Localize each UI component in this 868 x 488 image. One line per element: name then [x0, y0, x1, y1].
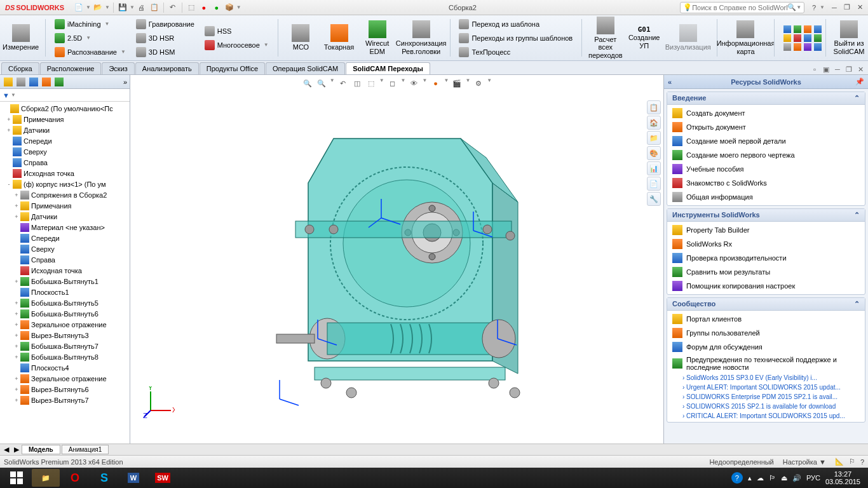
rebuild-icon[interactable]: ●: [198, 2, 210, 13]
tool-icon[interactable]: [783, 43, 791, 51]
pushpin-icon[interactable]: 📌: [855, 78, 864, 86]
create-nc-button[interactable]: G01Создание УП: [628, 17, 661, 59]
tree-item[interactable]: Плоскость1: [0, 287, 130, 297]
3d-viewport[interactable]: 🔍 🔍▼ ↶ ◫ ⬚▼ ◻▼ 👁▼ ●▼ 🎬▼ ⚙▼ 📋 🏠 📁 🎨 📊 📄 🔧: [130, 75, 663, 444]
task-pane-link[interactable]: Общая информация: [667, 190, 865, 204]
measure-button[interactable]: Измерение: [3, 17, 39, 59]
tool-icon[interactable]: [814, 25, 822, 33]
task-pane-link[interactable]: Портал клиентов: [667, 312, 865, 326]
tool-icon[interactable]: [783, 25, 791, 33]
tool-icon[interactable]: [804, 25, 811, 33]
task-pane-link[interactable]: Форум для обсуждения: [667, 340, 865, 354]
tree-item[interactable]: +Вырез-Вытянуть3: [0, 330, 130, 341]
fm-tab-feature-tree[interactable]: [3, 76, 14, 88]
view-triad[interactable]: Y X Z: [143, 386, 175, 418]
resources-tab-icon[interactable]: 📋: [647, 100, 661, 114]
tree-item[interactable]: -(ф) корпус низ<1> (По ум: [0, 179, 130, 189]
tab-office[interactable]: Продукты Office: [200, 62, 265, 74]
news-link[interactable]: › SolidWorks 2015 SP3.0 EV (Early Visibi…: [667, 373, 865, 383]
close-icon[interactable]: ✕: [854, 3, 865, 12]
news-link[interactable]: › SOLIDWORKS Enterprise PDM 2015 SP2.1 i…: [667, 392, 865, 402]
section-intro-header[interactable]: Введение⌃: [667, 92, 865, 105]
tree-item[interactable]: +Примечания: [0, 114, 130, 125]
tree-item[interactable]: Исходная точка: [0, 265, 130, 276]
view-orient-icon[interactable]: ⬚: [365, 78, 377, 89]
search-icon[interactable]: 🔍: [787, 3, 796, 11]
help-status-icon[interactable]: ?: [860, 458, 864, 466]
doc-toggle-icon[interactable]: ▣: [821, 64, 831, 74]
tree-item[interactable]: +Датчики: [0, 125, 130, 135]
task-pane-link[interactable]: Предупреждения по технической поддержке …: [667, 354, 865, 373]
print-preview-icon[interactable]: 📋: [149, 2, 160, 13]
units-icon[interactable]: 📐: [835, 458, 844, 466]
volume-icon[interactable]: 🔊: [792, 474, 801, 482]
fm-expand-icon[interactable]: »: [123, 78, 127, 86]
skype-taskbar-icon[interactable]: S: [90, 469, 118, 487]
tree-item[interactable]: Справа: [0, 254, 130, 265]
tree-item[interactable]: +Бобышка-Вытянуть1: [0, 276, 130, 287]
tree-item[interactable]: +Вырез-Вытянуть7: [0, 395, 130, 405]
tree-item[interactable]: Исходная точка: [0, 168, 130, 179]
tab-solidcam-op[interactable]: Операция SolidCAM: [266, 62, 345, 74]
tab-sketch[interactable]: Эскиз: [102, 62, 134, 74]
tool-icon[interactable]: [804, 34, 811, 42]
print-icon[interactable]: 🖨: [136, 2, 147, 13]
tab-assembly[interactable]: Сборка: [1, 62, 39, 74]
multiaxis-button[interactable]: Многоосевое▼: [205, 39, 269, 51]
task-pane-link[interactable]: SolidWorks Rx: [667, 237, 865, 251]
tool-icon[interactable]: [794, 43, 801, 51]
exit-solidcam-button[interactable]: Выйти из SolidCAM: [832, 17, 865, 59]
tree-root[interactable]: Сборка2 (По умолчанию<Пс: [0, 103, 130, 114]
tree-item[interactable]: +Зеркальное отражение: [0, 373, 130, 384]
3dhsm-button[interactable]: 3D HSM: [136, 46, 194, 58]
undo-icon[interactable]: ↶: [167, 2, 179, 13]
save-icon[interactable]: 💾: [117, 2, 128, 13]
fm-tab-property[interactable]: [15, 76, 27, 88]
tool-icon[interactable]: [794, 34, 801, 42]
word-taskbar-icon[interactable]: W: [119, 469, 147, 487]
template-transition-button[interactable]: Переход из шаблона: [459, 18, 573, 30]
group-templates-button[interactable]: Переходы из группы шаблонов: [459, 32, 573, 44]
fm-tab-config[interactable]: [28, 76, 39, 88]
help-search-input[interactable]: [692, 4, 787, 11]
fm-tab-dim[interactable]: [41, 76, 52, 88]
edit-mode[interactable]: Настройка ▼: [783, 458, 826, 466]
tab-scroll-right-icon[interactable]: ▶: [13, 445, 20, 454]
minimize-icon[interactable]: ─: [829, 3, 840, 12]
settings-icon[interactable]: 📦: [224, 2, 235, 13]
task-pane-link[interactable]: Property Tab Builder: [667, 223, 865, 237]
help-tray-icon[interactable]: ?: [731, 472, 743, 484]
help-icon[interactable]: ?: [808, 2, 820, 13]
animation-tab[interactable]: Анимация1: [62, 445, 109, 454]
task-pane-link[interactable]: Создание моего первого чертежа: [667, 148, 865, 162]
zoom-fit-icon[interactable]: 🔍: [302, 78, 313, 89]
tree-item[interactable]: +Бобышка-Вытянуть8: [0, 351, 130, 362]
custom-props-icon[interactable]: 📄: [647, 177, 661, 191]
hss-button[interactable]: HSS: [205, 25, 269, 37]
imachining-button[interactable]: iMachining▼: [55, 18, 126, 30]
task-pane-link[interactable]: Помощник копирования настроек: [667, 279, 865, 293]
tray-expand-icon[interactable]: ▴: [748, 474, 752, 482]
tool-icon[interactable]: [794, 25, 801, 33]
fm-tab-display[interactable]: [53, 76, 65, 88]
restore-icon[interactable]: ❐: [841, 3, 853, 12]
tree-item[interactable]: +Бобышка-Вытянуть7: [0, 341, 130, 351]
collapse-icon[interactable]: «: [668, 78, 672, 86]
tree-item[interactable]: +Бобышка-Вытянуть6: [0, 308, 130, 319]
scene-icon[interactable]: 🎬: [451, 78, 463, 89]
mco-button[interactable]: МСО: [284, 17, 317, 59]
doc-minimize-icon[interactable]: ─: [832, 64, 843, 74]
clock-date[interactable]: 03.05.2015: [825, 478, 860, 485]
sync-button[interactable]: Синхронизация Рев.головки: [399, 17, 444, 59]
news-link[interactable]: › Urgent ALERT: Important SOLIDWORKS 201…: [667, 383, 865, 392]
prev-view-icon[interactable]: ↶: [337, 78, 349, 89]
safe-remove-icon[interactable]: ⏏: [781, 474, 787, 482]
task-pane-link[interactable]: Учебные пособия: [667, 162, 865, 176]
tree-item[interactable]: +Вырез-Вытянуть6: [0, 384, 130, 395]
start-button[interactable]: [3, 469, 31, 487]
task-pane-link[interactable]: Создание моей первой детали: [667, 134, 865, 148]
view-palette-icon[interactable]: 🎨: [647, 146, 661, 160]
task-pane-link[interactable]: Группы пользователей: [667, 326, 865, 340]
tree-item[interactable]: Плоскость4: [0, 362, 130, 373]
model-tab[interactable]: Модель: [22, 445, 60, 454]
